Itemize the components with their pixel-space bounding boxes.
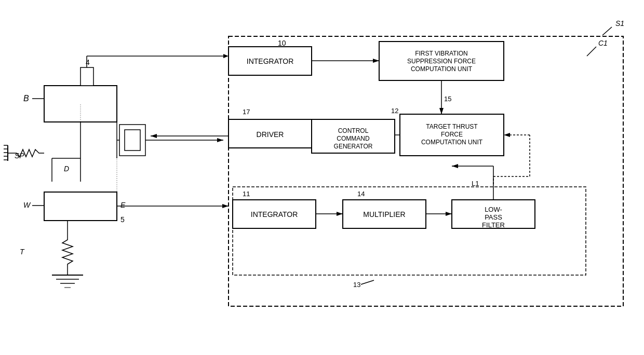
integrator-bottom-label: INTEGRATOR [251,210,298,219]
label-D: D [64,165,69,173]
multiplier-label: MULTIPLIER [363,210,405,219]
low-pass-label-3: FILTER [482,221,505,229]
first-vibration-label-2: SUPPRESSION FORCE [407,58,476,65]
svg-rect-0 [0,0,644,355]
label-12: 12 [391,107,398,115]
label-17: 17 [243,108,250,116]
control-command-label-2: COMMAND [337,135,370,142]
label-10: 10 [278,39,286,47]
label-15: 15 [444,95,451,103]
label-S1: S1 [615,19,624,28]
label-14: 14 [357,190,365,198]
diagram-container: B 4 A H SP D W E [0,0,644,355]
label-11: 11 [243,190,250,198]
label-T: T [20,248,25,256]
actuator-inner [125,130,140,151]
label-B: B [23,94,29,103]
low-pass-label-1: LOW- [485,206,502,213]
target-thrust-label-2: FORCE [441,131,463,138]
control-command-label-1: CONTROL [338,127,369,134]
low-pass-label-2: PASS [485,213,502,221]
label-W: W [23,201,31,209]
control-command-label-3: GENERATOR [334,143,373,150]
first-vibration-label-3: COMPUTATION UNIT [411,65,473,73]
target-thrust-label-3: COMPUTATION UNIT [421,139,483,146]
driver-label: DRIVER [257,130,284,139]
sensor-top [81,67,93,86]
label-L1: L1 [472,180,479,187]
label-E: E [120,201,126,209]
wheel-body [44,192,117,221]
label-13: 13 [353,281,360,289]
label-C1: C1 [598,39,608,47]
integrator-top-label: INTEGRATOR [247,57,294,65]
first-vibration-label-1: FIRST VIBRATION [415,50,468,57]
label-5: 5 [120,215,125,224]
label-4: 4 [86,58,90,66]
target-thrust-label-1: TARGET THRUST [426,123,478,130]
